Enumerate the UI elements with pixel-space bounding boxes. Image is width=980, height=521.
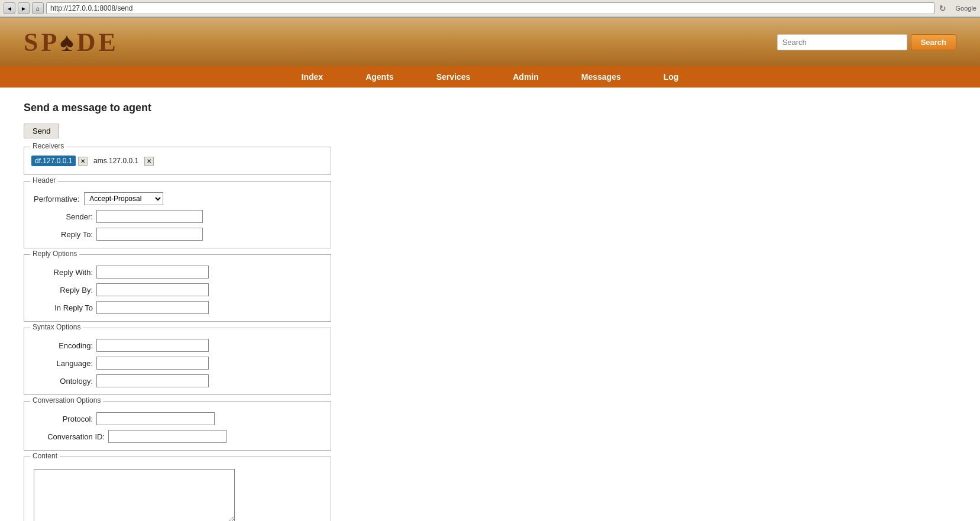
search-button[interactable]: Search	[911, 34, 956, 50]
conversation-id-label: Conversation ID:	[34, 432, 105, 441]
refresh-button[interactable]: ↻	[937, 2, 949, 14]
main-content: Send a message to agent Send Receivers d…	[0, 88, 980, 521]
performative-row: Performative: Accept-Proposal Agree Canc…	[34, 192, 321, 205]
reply-by-row: Reply By:	[34, 283, 321, 296]
reply-with-row: Reply With:	[34, 266, 321, 279]
search-area: Search	[777, 34, 956, 50]
reply-with-label: Reply With:	[34, 268, 93, 277]
reply-to-row: Reply To:	[34, 228, 321, 241]
sender-label: Sender:	[34, 212, 93, 221]
back-button[interactable]: ◄	[4, 2, 15, 14]
nav-log[interactable]: Log	[642, 66, 700, 88]
reply-with-input[interactable]	[96, 266, 209, 279]
in-reply-to-label: In Reply To	[34, 303, 93, 312]
content-legend: Content	[30, 452, 60, 460]
conversation-options-section: Conversation Options Protocol: Conversat…	[24, 401, 331, 451]
send-button[interactable]: Send	[24, 124, 59, 138]
performative-label: Performative:	[34, 195, 79, 203]
nav-admin[interactable]: Admin	[491, 66, 560, 88]
home-button[interactable]: ⌂	[32, 2, 44, 14]
reply-by-input[interactable]	[96, 283, 209, 296]
nav-index[interactable]: Index	[280, 66, 345, 88]
nav-services[interactable]: Services	[415, 66, 492, 88]
conversation-options-legend: Conversation Options	[30, 396, 103, 404]
receiver-item-0: df.127.0.0.1 ✕	[31, 156, 88, 166]
language-input[interactable]	[96, 357, 209, 370]
reply-options-legend: Reply Options	[30, 250, 79, 258]
receiver-item-1: ams.127.0.0.1 ✕	[90, 156, 154, 166]
sender-input[interactable]	[96, 210, 203, 223]
language-label: Language:	[34, 359, 93, 368]
address-bar[interactable]: http://127.0.0.1:8008/send	[46, 2, 934, 14]
receiver-remove-1[interactable]: ✕	[144, 157, 154, 166]
header-legend: Header	[30, 176, 58, 185]
syntax-options-legend: Syntax Options	[30, 323, 83, 331]
reply-to-input[interactable]	[96, 228, 203, 241]
reply-to-label: Reply To:	[34, 230, 93, 239]
conversation-id-row: Conversation ID:	[34, 430, 321, 443]
receiver-remove-0[interactable]: ✕	[78, 157, 88, 166]
conversation-id-input[interactable]	[108, 430, 227, 443]
forward-button[interactable]: ►	[18, 2, 30, 14]
content-section: Content	[24, 457, 331, 521]
ontology-row: Ontology:	[34, 374, 321, 387]
reply-options-section: Reply Options Reply With: Reply By: In R…	[24, 254, 331, 322]
header-section: Header Performative: Accept-Proposal Agr…	[24, 181, 331, 248]
protocol-label: Protocol:	[34, 415, 93, 423]
performative-select[interactable]: Accept-Proposal Agree Cancel CFP Confirm…	[84, 192, 163, 205]
url-text: http://127.0.0.1:8008/send	[50, 4, 132, 12]
nav-messages[interactable]: Messages	[560, 66, 642, 88]
syntax-options-section: Syntax Options Encoding: Language: Ontol…	[24, 328, 331, 395]
nav-bar: Index Agents Services Admin Messages Log	[0, 66, 980, 88]
ontology-label: Ontology:	[34, 377, 93, 386]
in-reply-to-input[interactable]	[96, 301, 209, 314]
encoding-label: Encoding:	[34, 341, 93, 350]
logo: SP♠DE	[24, 27, 119, 57]
ontology-input[interactable]	[96, 374, 209, 387]
protocol-input[interactable]	[96, 412, 215, 425]
sender-row: Sender:	[34, 210, 321, 223]
language-row: Language:	[34, 357, 321, 370]
receivers-legend: Receivers	[30, 142, 66, 150]
in-reply-to-row: In Reply To	[34, 301, 321, 314]
receivers-section: Receivers df.127.0.0.1 ✕ ams.127.0.0.1 ✕	[24, 147, 331, 175]
search-input[interactable]	[777, 34, 907, 50]
protocol-row: Protocol:	[34, 412, 321, 425]
reply-by-label: Reply By:	[34, 286, 93, 295]
encoding-row: Encoding:	[34, 339, 321, 352]
receiver-tag-0: df.127.0.0.1	[31, 156, 76, 166]
site-header: SP♠DE Search	[0, 18, 980, 66]
encoding-input[interactable]	[96, 339, 209, 352]
nav-agents[interactable]: Agents	[344, 66, 415, 88]
content-textarea[interactable]	[34, 469, 235, 521]
receiver-tag-1: ams.127.0.0.1	[90, 156, 142, 166]
page-title: Send a message to agent	[24, 102, 956, 114]
